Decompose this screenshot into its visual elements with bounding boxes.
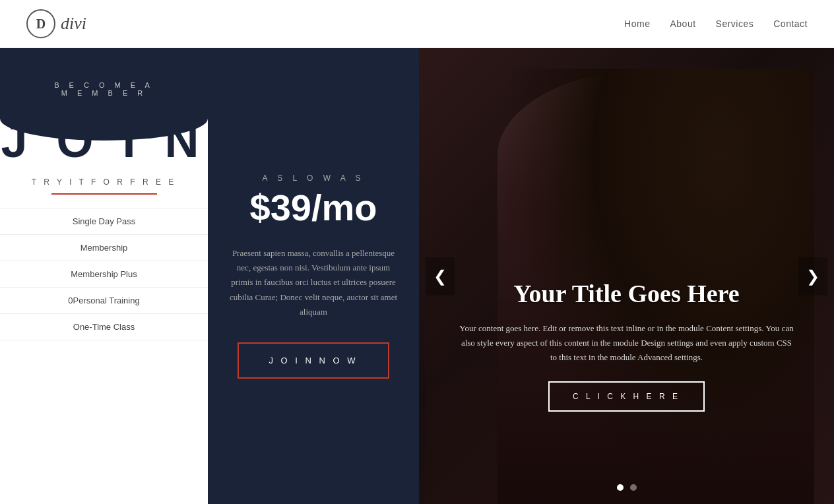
- slider-dots: [419, 484, 834, 491]
- click-here-button[interactable]: C L I C K H E R E: [548, 381, 705, 412]
- logo-name: divi: [61, 14, 86, 34]
- nav: Home About Services Contact: [624, 18, 808, 29]
- slider-next-button[interactable]: ❯: [798, 257, 827, 296]
- pricing-description: Praesent sapien massa, convallis a pelle…: [228, 246, 399, 319]
- menu-one-time-class[interactable]: One-Time Class: [0, 314, 208, 340]
- nav-contact[interactable]: Contact: [773, 18, 808, 29]
- logo-icon: D: [26, 9, 55, 38]
- nav-home[interactable]: Home: [624, 18, 650, 29]
- header: D divi Home About Services Contact: [0, 0, 834, 48]
- nav-services[interactable]: Services: [716, 18, 754, 29]
- logo[interactable]: D divi: [26, 9, 86, 38]
- divider: [51, 193, 157, 195]
- price-display: $39/mo: [250, 189, 377, 226]
- menu-membership[interactable]: Membership: [0, 235, 208, 261]
- slider-title: Your Title Goes Here: [459, 279, 794, 308]
- become-member-text: B E C O M E A M E M B E R: [54, 81, 154, 97]
- slider-dot-1[interactable]: [617, 484, 624, 491]
- pricing-panel: A S L O W A S $39/mo Praesent sapien mas…: [208, 48, 419, 504]
- slider-content: Your Title Goes Here Your content goes h…: [419, 279, 834, 412]
- menu-single-day[interactable]: Single Day Pass: [0, 208, 208, 235]
- slider-description: Your content goes here. Edit or remove t…: [459, 321, 794, 365]
- slider-overlay: [419, 48, 834, 504]
- slider-dot-2[interactable]: [630, 484, 637, 491]
- nav-about[interactable]: About: [670, 18, 695, 29]
- as-low-as-label: A S L O W A S: [263, 173, 365, 183]
- membership-menu: Single Day Pass Membership Membership Pl…: [0, 208, 208, 340]
- join-heading: J O I N: [1, 117, 207, 164]
- slider-prev-button[interactable]: ❮: [426, 257, 455, 296]
- chevron-left-icon: ❮: [433, 267, 447, 285]
- main-content: B E C O M E A M E M B E R J O I N T R Y …: [0, 48, 834, 504]
- slider-panel: ❮ Your Title Goes Here Your content goes…: [419, 48, 834, 504]
- join-now-button[interactable]: J O I N N O W: [238, 342, 389, 379]
- left-panel: B E C O M E A M E M B E R J O I N T R Y …: [0, 48, 208, 504]
- menu-personal-training[interactable]: 0Personal Training: [0, 288, 208, 314]
- chevron-right-icon: ❯: [806, 267, 819, 285]
- try-free-text: T R Y I T F O R F R E E: [32, 177, 177, 187]
- menu-membership-plus[interactable]: Membership Plus: [0, 261, 208, 288]
